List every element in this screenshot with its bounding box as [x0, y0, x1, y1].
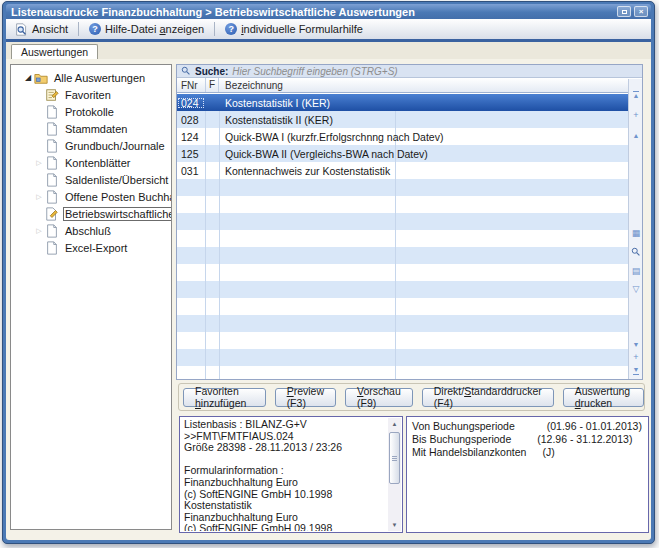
tree-item-abschluss[interactable]: ▷ Abschluß	[11, 222, 171, 239]
tab-bar: Auswertungen	[6, 42, 651, 59]
title-bar[interactable]: Listenausdrucke Finanzbuchhaltung > Betr…	[6, 4, 651, 19]
tree-item-label: Saldenliste/Übersicht	[63, 174, 170, 186]
preview-button[interactable]: Preview (F3)	[275, 388, 336, 407]
table-row[interactable]: 124 Quick-BWA I (kurzfr.Erfolgsrchnng na…	[177, 128, 628, 145]
toolbar-separator	[214, 22, 215, 36]
tree-expanded-icon[interactable]: ◢	[22, 73, 34, 82]
ansicht-label: Ansicht	[32, 23, 68, 35]
search-bar[interactable]: Suche: Hier Suchbegriff eingeben (STRG+S…	[177, 65, 642, 78]
move-icon[interactable]: +	[629, 353, 643, 362]
scroll-up-icon[interactable]: ▲	[629, 131, 643, 140]
search-input[interactable]: Hier Suchbegriff eingeben (STRG+S)	[232, 66, 397, 77]
scrollbar-down-icon[interactable]: ▼	[388, 519, 401, 531]
filter-icon[interactable]: ▽	[629, 285, 643, 294]
tree-item-label: Kontenblätter	[63, 157, 132, 169]
edit-document-icon	[45, 207, 60, 221]
list-side-toolbar: ▲ + ▲ ▦ ▤ ▽ ▼ + ▼	[628, 79, 642, 379]
cell-bezeichnung: Quick-BWA I (kurzfr.Erfolgsrchnng nach D…	[219, 131, 628, 143]
vorschau-button[interactable]: Vorschau (F9)	[345, 388, 413, 407]
restore-icon	[622, 10, 627, 14]
column-header-bezeichnung[interactable]: Bezeichnung	[219, 80, 642, 91]
app-window: Listenausdrucke Finanzbuchhaltung > Betr…	[2, 1, 655, 544]
tree-item-label: Abschluß	[63, 225, 113, 237]
table-header: FNr F Bezeichnung	[177, 78, 642, 93]
cell-bezeichnung: Kostenstatistik II (KER)	[219, 114, 628, 126]
scroll-to-top-icon[interactable]: ▲	[629, 91, 643, 100]
tree-item-excel-export[interactable]: Excel-Export	[11, 239, 171, 256]
tree-item-label: Alle Auswertungen	[52, 72, 147, 84]
info-scrollbar[interactable]: ▲ ▼	[388, 418, 401, 531]
cell-bezeichnung: Kostenstatistik I (KER)	[219, 97, 628, 109]
scroll-to-bottom-icon[interactable]: ▼	[629, 365, 643, 375]
cell-bezeichnung: Quick-BWA II (Vergleichs-BWA nach Datev)	[219, 148, 628, 160]
chevron-right-icon[interactable]: ▷	[33, 227, 45, 235]
table-row[interactable]: 024 Kostenstatistik I (KER)	[177, 94, 628, 111]
list-info-panel: Listenbasis : BILANZ-G+V >>FMT\FMTFIAUS.…	[179, 416, 403, 533]
main-content: ◢ Alle Auswertungen Favoriten Protokolle…	[6, 59, 651, 540]
parameter-label: Von Buchungsperiode	[412, 420, 515, 432]
column-header-f[interactable]: F	[205, 78, 219, 92]
parameter-value: (J)	[542, 446, 554, 458]
document-icon	[45, 139, 60, 153]
tree-item-favoriten[interactable]: Favoriten	[11, 86, 171, 103]
search-list-icon[interactable]	[629, 247, 643, 259]
tree-item-label: Excel-Export	[63, 242, 129, 254]
restore-window-button[interactable]	[617, 6, 631, 17]
window-title: Listenausdrucke Finanzbuchhaltung > Betr…	[11, 6, 415, 18]
table-row[interactable]: 031 Kontennachweis zur Kostenstatistik	[177, 162, 628, 179]
document-icon	[45, 105, 60, 119]
tree-item-betriebswirtschaftliche-auswertungen[interactable]: Betriebswirtschaftliche Auswertungen	[11, 205, 171, 222]
auswertung-drucken-button[interactable]: Auswertung drucken	[563, 388, 644, 407]
tree-item-saldenliste-uebersicht[interactable]: Saldenliste/Übersicht	[11, 171, 171, 188]
scroll-down-icon[interactable]: ▼	[629, 340, 643, 349]
folder-icon	[34, 71, 49, 85]
favorites-icon	[45, 88, 60, 102]
window-controls: ×	[617, 6, 648, 17]
auswertungen-list-panel: Suche: Hier Suchbegriff eingeben (STRG+S…	[176, 64, 643, 380]
list-info-text: Listenbasis : BILANZ-G+V >>FMT\FMTFIAUS.…	[184, 419, 385, 531]
search-label: Suche:	[195, 66, 228, 77]
hilfe-datei-label: Hilfe-Datei anzeigen	[105, 23, 204, 35]
tree-item-label: Protokolle	[63, 106, 116, 118]
move-icon[interactable]: +	[629, 111, 643, 120]
document-icon	[45, 190, 60, 204]
parameter-info-panel: Von Buchungsperiode(01.96 - 01.01.2013) …	[406, 416, 649, 533]
tree-item-label: Betriebswirtschaftliche Auswertungen	[63, 207, 172, 221]
toolbar-separator	[78, 22, 79, 36]
formularhilfe-label: individuelle Formularhilfe	[241, 23, 363, 35]
tree-item-grundbuch-journale[interactable]: Grundbuch/Journale	[11, 137, 171, 154]
parameter-label: Mit Handelsbilanzkonten	[412, 446, 526, 458]
table-row[interactable]: 028 Kostenstatistik II (KER)	[177, 111, 628, 128]
magnifier-page-icon	[15, 23, 28, 36]
tree-item-offene-posten-buchhaltung[interactable]: ▷ Offene Posten Buchhaltung	[11, 188, 171, 205]
parameter-value: (12.96 - 31.12.2013)	[537, 433, 632, 445]
tree-item-label: Grundbuch/Journale	[63, 140, 167, 152]
grid-columns-icon[interactable]: ▦	[629, 229, 643, 238]
tab-auswertungen[interactable]: Auswertungen	[11, 44, 98, 59]
cell-fnr: 031	[177, 165, 205, 177]
chevron-right-icon[interactable]: ▷	[33, 193, 45, 201]
ansicht-button[interactable]: Ansicht	[9, 22, 74, 37]
direkt-standarddrucker-button[interactable]: Direkt/Standarddrucker (F4)	[422, 388, 554, 407]
toolbar: Ansicht ? Hilfe-Datei anzeigen ? individ…	[6, 19, 651, 39]
document-icon	[45, 156, 60, 170]
table-row[interactable]: 125 Quick-BWA II (Vergleichs-BWA nach Da…	[177, 145, 628, 162]
cell-fnr: 024	[177, 97, 205, 109]
table-rows-area: 024 Kostenstatistik I (KER) 028 Kostenst…	[177, 94, 628, 379]
column-header-fnr[interactable]: FNr	[177, 80, 205, 91]
parameter-entry: Von Buchungsperiode(01.96 - 01.01.2013)	[412, 420, 643, 433]
favoriten-hinzufuegen-button[interactable]: Favoriten hinzufügen	[183, 388, 266, 407]
action-button-bar: Favoriten hinzufügen Preview (F3) Vorsch…	[178, 383, 645, 411]
tree-item-protokolle[interactable]: Protokolle	[11, 103, 171, 120]
individuelle-formularhilfe-button[interactable]: ? individuelle Formularhilfe	[219, 22, 369, 36]
scrollbar-thumb[interactable]	[389, 432, 400, 484]
hilfe-datei-anzeigen-button[interactable]: ? Hilfe-Datei anzeigen	[83, 22, 210, 36]
tree-item-alle-auswertungen[interactable]: ◢ Alle Auswertungen	[11, 69, 171, 86]
table-settings-icon[interactable]: ▤	[629, 267, 643, 276]
close-window-button[interactable]: ×	[634, 6, 648, 17]
chevron-right-icon[interactable]: ▷	[33, 159, 45, 167]
tree-item-label: Favoriten	[63, 89, 113, 101]
scrollbar-up-icon[interactable]: ▲	[388, 418, 401, 430]
tree-item-kontenblaetter[interactable]: ▷ Kontenblätter	[11, 154, 171, 171]
tree-item-stammdaten[interactable]: Stammdaten	[11, 120, 171, 137]
